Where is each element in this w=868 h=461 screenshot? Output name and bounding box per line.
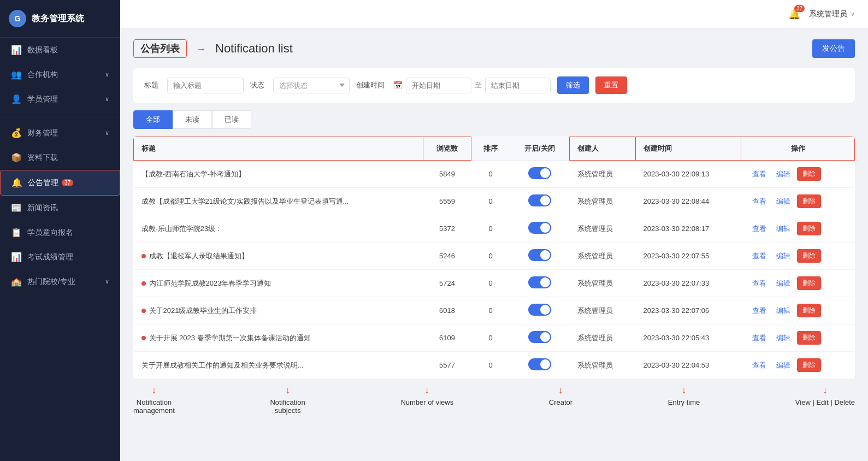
sidebar-label-announcements: 公告管理 <box>28 178 58 188</box>
edit-button-1[interactable]: 编辑 <box>773 168 794 180</box>
ann-arrow-5: ↓ <box>682 385 687 396</box>
page-body: 公告列表 → Notification list 发公告 标题 状态 选择状态 … <box>120 28 868 461</box>
publish-button[interactable]: 发公告 <box>812 39 855 58</box>
delete-button-3[interactable]: 删除 <box>797 222 821 235</box>
user-menu[interactable]: 系统管理员 ∨ <box>809 9 855 19</box>
ann-arrow-6: ↓ <box>823 385 828 396</box>
cell-title-7: 关于开展 2023 春季学期第一次集体备课活动的通知 <box>134 324 423 352</box>
edit-button-3[interactable]: 编辑 <box>773 223 794 235</box>
toggle-switch-7[interactable] <box>528 331 551 343</box>
cell-toggle-1[interactable] <box>510 161 569 188</box>
title-filter-input[interactable] <box>167 78 244 93</box>
app-logo: G 教务管理系统 <box>0 0 120 38</box>
delete-button-1[interactable]: 删除 <box>797 167 821 181</box>
view-button-6[interactable]: 查看 <box>749 305 770 317</box>
edit-button-7[interactable]: 编辑 <box>773 332 794 344</box>
cell-views-7: 6109 <box>423 324 471 352</box>
delete-button-2[interactable]: 删除 <box>797 194 821 208</box>
cell-date-8: 2023-03-30 22:04:53 <box>635 352 741 379</box>
table-row: 内江师范学院成教2023年春季学习通知57240系统管理员2023-03-30 … <box>134 270 855 297</box>
sidebar-item-schools[interactable]: 🏫 热门院校/专业 ∨ <box>0 269 120 294</box>
toggle-switch-8[interactable] <box>528 358 551 370</box>
view-button-1[interactable]: 查看 <box>749 168 770 180</box>
cell-creator-6: 系统管理员 <box>570 297 636 324</box>
delete-button-6[interactable]: 删除 <box>797 304 821 317</box>
sidebar-item-dashboard[interactable]: 📊 数据看板 <box>0 38 120 62</box>
tab-unread[interactable]: 未读 <box>173 110 212 129</box>
toggle-switch-6[interactable] <box>528 304 551 316</box>
toggle-switch-3[interactable] <box>528 222 551 234</box>
edit-button-5[interactable]: 编辑 <box>773 277 794 289</box>
sidebar-item-announcements[interactable]: 🔔 公告管理 37 <box>0 170 120 196</box>
toggle-switch-1[interactable] <box>528 167 551 179</box>
partners-arrow: ∨ <box>105 71 109 78</box>
sidebar-item-resources[interactable]: 📦 资料下载 <box>0 145 120 170</box>
sidebar-item-enrollment[interactable]: 📋 学员意向报名 <box>0 220 120 245</box>
view-button-7[interactable]: 查看 <box>749 332 770 344</box>
toggle-switch-2[interactable] <box>528 194 551 206</box>
filter-bar: 标题 状态 选择状态 创建时间 📅 至 筛选 重置 <box>133 68 855 103</box>
cell-title-6: 关于2021级成教毕业生的工作安排 <box>134 297 423 324</box>
announcements-icon: 🔔 <box>11 178 22 188</box>
view-button-3[interactable]: 查看 <box>749 223 770 235</box>
cell-title-1: 【成教-西南石油大学-补考通知】 <box>134 161 423 188</box>
sidebar-item-students[interactable]: 👤 学员管理 ∨ <box>0 87 120 111</box>
toggle-switch-4[interactable] <box>528 249 551 261</box>
ann-arrow-1: ↓ <box>151 385 156 396</box>
table-row: 关于开展 2023 春季学期第一次集体备课活动的通知61090系统管理员2023… <box>134 324 855 352</box>
view-button-8[interactable]: 查看 <box>749 359 770 371</box>
cell-toggle-6[interactable] <box>510 297 569 324</box>
tab-all[interactable]: 全部 <box>133 110 173 129</box>
cell-creator-4: 系统管理员 <box>570 243 636 270</box>
ann-creator: ↓ Creator <box>549 385 572 415</box>
delete-button-4[interactable]: 删除 <box>797 249 821 263</box>
status-filter-select[interactable]: 选择状态 <box>273 78 350 93</box>
search-button[interactable]: 筛选 <box>557 76 589 94</box>
students-icon: 👤 <box>11 94 22 104</box>
view-button-2[interactable]: 查看 <box>749 196 770 208</box>
view-button-4[interactable]: 查看 <box>749 250 770 262</box>
news-icon: 📰 <box>11 203 22 213</box>
edit-button-4[interactable]: 编辑 <box>773 250 794 262</box>
ann-views: ↓ Number of views <box>400 385 453 415</box>
ann-entry-time: ↓ Entry time <box>668 385 700 415</box>
dashboard-icon: 📊 <box>11 45 22 55</box>
sidebar-item-finance[interactable]: 💰 财务管理 ∨ <box>0 121 120 145</box>
cell-order-1: 0 <box>471 161 510 188</box>
view-button-5[interactable]: 查看 <box>749 277 770 289</box>
edit-button-2[interactable]: 编辑 <box>773 196 794 208</box>
sidebar-item-news[interactable]: 📰 新闻资讯 <box>0 196 120 220</box>
sidebar-label-resources: 资料下载 <box>27 153 58 163</box>
reset-button[interactable]: 重置 <box>595 76 627 94</box>
sidebar-item-scores[interactable]: 📊 考试成绩管理 <box>0 245 120 269</box>
date-end-input[interactable] <box>485 78 551 93</box>
title-filter-label: 标题 <box>144 80 158 90</box>
toggle-switch-5[interactable] <box>528 276 551 288</box>
cell-creator-7: 系统管理员 <box>570 324 636 352</box>
table-row: 【成教-西南石油大学-补考通知】58490系统管理员2023-03-30 22:… <box>134 161 855 188</box>
cell-toggle-2[interactable] <box>510 188 569 215</box>
finance-icon: 💰 <box>11 128 22 138</box>
ann-label-1: Notificationmanagement <box>133 398 175 415</box>
edit-button-6[interactable]: 编辑 <box>773 305 794 317</box>
cell-order-8: 0 <box>471 352 510 379</box>
cell-toggle-5[interactable] <box>510 270 569 297</box>
cell-toggle-3[interactable] <box>510 215 569 243</box>
cell-toggle-7[interactable] <box>510 324 569 352</box>
cell-toggle-4[interactable] <box>510 243 569 270</box>
table-head: 标题 浏览数 排序 开启/关闭 创建人 <box>134 137 855 161</box>
cell-order-2: 0 <box>471 188 510 215</box>
cell-toggle-8[interactable] <box>510 352 569 379</box>
cell-creator-5: 系统管理员 <box>570 270 636 297</box>
delete-button-7[interactable]: 删除 <box>797 331 821 345</box>
edit-button-8[interactable]: 编辑 <box>773 359 794 371</box>
delete-button-8[interactable]: 删除 <box>797 358 821 372</box>
cell-views-8: 5577 <box>423 352 471 379</box>
sidebar-item-partners[interactable]: 👥 合作机构 ∨ <box>0 62 120 87</box>
col-views: 浏览数 <box>423 137 471 161</box>
delete-button-5[interactable]: 删除 <box>797 276 821 290</box>
date-start-input[interactable] <box>406 78 471 93</box>
ann-label-3: Number of views <box>400 398 453 406</box>
notification-bell[interactable]: 🔔 37 <box>788 8 800 20</box>
tab-read[interactable]: 已读 <box>212 110 251 129</box>
